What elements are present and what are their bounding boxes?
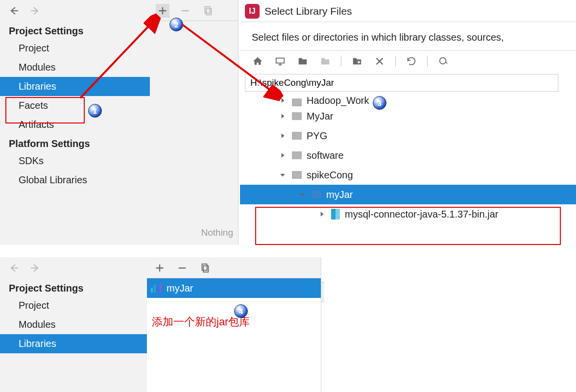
sidebar-item-facets[interactable]: Facets <box>0 96 150 115</box>
chevron-right-icon[interactable] <box>318 209 326 220</box>
annotation-badge-3: 3 <box>373 96 386 110</box>
chevron-down-icon[interactable] <box>299 189 307 200</box>
section-project-settings: Project Settings <box>0 22 150 39</box>
svg-rect-0 <box>205 7 210 13</box>
tree-row[interactable]: mysql-connector-java-5.1.37-bin.jar <box>240 204 576 224</box>
library-label: myJar <box>167 283 193 294</box>
svg-rect-7 <box>203 266 208 272</box>
remove-button[interactable] <box>175 261 189 275</box>
forward-button[interactable] <box>29 262 41 274</box>
tree-label: PYG <box>307 130 327 142</box>
section-platform-settings: Platform Settings <box>0 134 150 151</box>
chevron-right-icon[interactable] <box>279 111 287 122</box>
back-button[interactable] <box>8 262 20 274</box>
file-tree[interactable]: Hadoop_WorkMyJarPYGsoftwarespikeCongmyJa… <box>240 95 576 224</box>
folder-icon <box>292 112 302 120</box>
tree-label: software <box>307 150 344 161</box>
tree-row[interactable]: software <box>240 146 576 165</box>
tree-row[interactable]: spikeCong <box>240 165 576 185</box>
dialog-title: Select Library Files <box>264 5 352 17</box>
module-folder-icon[interactable] <box>318 54 332 68</box>
chevron-right-icon[interactable] <box>279 95 287 106</box>
folder-icon <box>292 98 302 106</box>
svg-point-3 <box>440 58 446 64</box>
tree-row[interactable]: MyJar <box>240 106 576 126</box>
sidebar-item-modules[interactable]: Modules <box>0 58 150 77</box>
tree-label: Hadoop_Work <box>307 95 369 106</box>
sidebar-item-global-libraries[interactable]: Global Libraries <box>0 171 150 190</box>
svg-rect-2 <box>276 58 285 63</box>
annotation-badge-2: 2 <box>169 18 183 31</box>
folder-icon <box>292 132 302 140</box>
annotation-badge-1: 1 <box>88 104 102 118</box>
tree-label: MyJar <box>307 111 333 122</box>
tree-row[interactable]: PYG <box>240 126 576 146</box>
add-button[interactable] <box>153 261 167 275</box>
sidebar-item-modules[interactable]: Modules <box>0 315 147 334</box>
refresh-icon[interactable] <box>405 54 418 68</box>
jar-icon <box>331 209 340 220</box>
folder-icon <box>312 191 321 198</box>
add-button[interactable] <box>156 4 169 18</box>
chevron-right-icon[interactable] <box>279 150 287 161</box>
copy-button[interactable] <box>201 4 215 18</box>
library-icon <box>151 284 162 293</box>
copy-button[interactable] <box>198 261 212 275</box>
sidebar-item-project[interactable]: Project <box>0 39 150 58</box>
intellij-icon: IJ <box>245 4 260 19</box>
svg-rect-1 <box>206 8 211 15</box>
project-folder-icon[interactable] <box>296 54 310 68</box>
dialog-desc: Select files or directories in which lib… <box>240 22 576 50</box>
sidebar-item-project[interactable]: Project <box>0 296 147 315</box>
desktop-icon[interactable] <box>273 54 287 68</box>
section-project-settings: Project Settings <box>0 279 147 296</box>
svg-rect-6 <box>202 264 207 270</box>
back-button[interactable] <box>8 5 20 17</box>
forward-button[interactable] <box>29 5 41 17</box>
folder-icon <box>292 151 302 159</box>
empty-text: Nothing <box>201 227 234 238</box>
tree-label: spikeCong <box>307 170 353 181</box>
sidebar-item-libraries[interactable]: Libraries <box>0 77 150 96</box>
sidebar-item-libraries[interactable]: Libraries <box>0 334 147 353</box>
tree-label: myJar <box>326 189 353 200</box>
scrollbar[interactable] <box>321 282 324 302</box>
library-item-myjar[interactable]: myJar <box>147 278 321 298</box>
folder-icon <box>292 171 302 179</box>
delete-icon[interactable] <box>373 54 386 68</box>
tree-row[interactable]: myJar <box>240 185 576 204</box>
sidebar-item-artifacts[interactable]: Artifacts <box>0 115 150 134</box>
tree-label: mysql-connector-java-5.1.37-bin.jar <box>345 209 498 220</box>
home-icon[interactable] <box>251 54 264 68</box>
remove-button[interactable] <box>178 4 192 18</box>
toggle-icon[interactable] <box>436 54 450 68</box>
annotation-badge-4: 4 <box>234 304 248 318</box>
new-folder-icon[interactable] <box>350 54 364 68</box>
sidebar-item-sdks[interactable]: SDKs <box>0 151 150 171</box>
path-input[interactable] <box>245 74 558 92</box>
chevron-down-icon[interactable] <box>279 170 287 181</box>
chevron-right-icon[interactable] <box>279 130 287 142</box>
tree-row[interactable]: Hadoop_Work <box>240 95 576 106</box>
annotation-caption: 添加一个新的jar包库 <box>147 298 321 329</box>
